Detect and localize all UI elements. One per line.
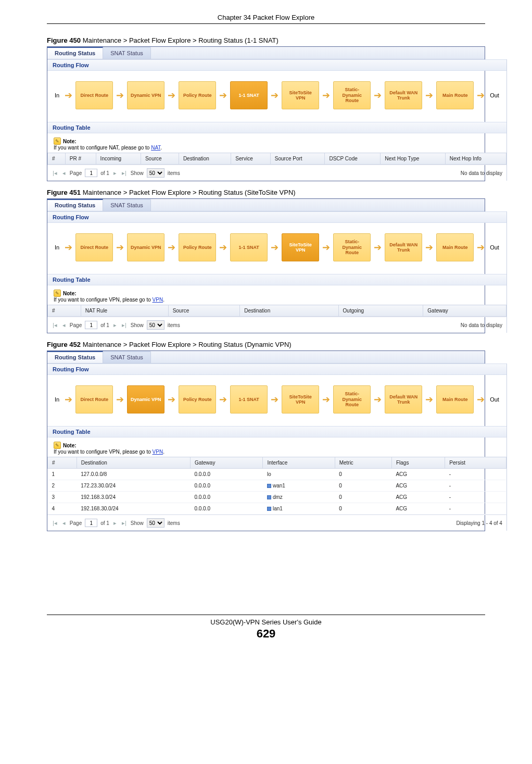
flow-box[interactable]: Policy Route — [179, 385, 216, 414]
scrollbar[interactable] — [506, 59, 507, 181]
flow-box[interactable]: 1-1 SNAT — [230, 81, 268, 109]
note-link[interactable]: NAT — [151, 145, 160, 151]
flow-box[interactable]: Main Route — [436, 385, 474, 414]
table-header[interactable]: # — [48, 457, 77, 469]
pager-of-label: of 1 — [100, 322, 109, 328]
flow-out-label: Out — [488, 396, 501, 403]
flow-box[interactable]: Main Route — [436, 233, 474, 261]
pager-page-input[interactable] — [85, 519, 97, 527]
flow-box[interactable]: SiteToSite VPN — [282, 385, 319, 414]
table-row[interactable]: 2172.23.30.0/240.0.0.0wan10ACG- — [48, 480, 506, 492]
flow-box[interactable]: Dynamic VPN — [127, 81, 164, 109]
table-header[interactable]: Outgoing — [338, 305, 423, 317]
interface-cell[interactable]: dmz — [263, 492, 335, 503]
table-row[interactable]: 4192.168.30.0/240.0.0.0lan10ACG- — [48, 503, 506, 515]
table-header[interactable]: Source Port — [270, 153, 325, 165]
pager-last-icon[interactable]: ▸| — [121, 322, 128, 329]
flow-box[interactable]: Default WAN Trunk — [385, 81, 422, 109]
table-row[interactable]: 1127.0.0.0/80.0.0.0lo0ACG- — [48, 469, 506, 480]
scrollbar[interactable] — [506, 364, 507, 531]
flow-box[interactable]: Direct Route — [75, 385, 113, 414]
arrow-icon: ➔ — [477, 91, 485, 100]
note-label: Note: — [63, 139, 77, 144]
table-header[interactable]: Next Hop Type — [381, 153, 445, 165]
tab-routing-status[interactable]: Routing Status — [47, 351, 103, 363]
scrollbar[interactable] — [506, 211, 507, 333]
flow-box[interactable]: Policy Route — [179, 81, 216, 109]
pager-page-input[interactable] — [85, 321, 97, 329]
interface-cell[interactable]: lo — [263, 469, 335, 480]
pager-next-icon[interactable]: ▸ — [112, 170, 118, 177]
pager-first-icon[interactable]: |◂ — [52, 520, 58, 527]
pager-size-select[interactable]: 50 — [147, 320, 164, 330]
flow-box[interactable]: Direct Route — [75, 81, 113, 109]
table-header[interactable]: Destination — [77, 457, 190, 469]
table-header[interactable]: # — [48, 153, 66, 165]
table-header[interactable]: PR # — [65, 153, 96, 165]
table-header[interactable]: Metric — [335, 457, 391, 469]
table-header[interactable]: Gateway — [423, 305, 506, 317]
pager-page-label: Page — [70, 170, 82, 176]
table-header[interactable]: Interface — [263, 457, 335, 469]
interface-cell[interactable]: wan1 — [263, 480, 335, 492]
tab-snat-status[interactable]: SNAT Status — [103, 351, 151, 363]
table-header[interactable]: NAT Rule — [81, 305, 168, 317]
note-link[interactable]: VPN — [153, 449, 163, 455]
flow-box[interactable]: Static-Dynamic Route — [333, 233, 371, 261]
pager-page-input[interactable] — [85, 169, 97, 177]
tab-routing-status[interactable]: Routing Status — [47, 199, 103, 211]
pager-page-label: Page — [70, 520, 82, 526]
pager-last-icon[interactable]: ▸| — [121, 170, 128, 177]
pager-first-icon[interactable]: |◂ — [52, 322, 58, 329]
flow-box[interactable]: Main Route — [436, 81, 474, 109]
table-header[interactable]: Destination — [240, 305, 338, 317]
flow-box[interactable]: Default WAN Trunk — [385, 233, 422, 261]
routing-status-panel: Routing StatusSNAT StatusRouting FlowIn➔… — [47, 350, 485, 531]
tab-snat-status[interactable]: SNAT Status — [103, 47, 151, 59]
pager-status: No data to display — [461, 322, 502, 328]
pager-next-icon[interactable]: ▸ — [112, 322, 118, 329]
pager-prev-icon[interactable]: ◂ — [61, 170, 67, 177]
arrow-icon: ➔ — [219, 243, 227, 252]
flow-box[interactable]: Direct Route — [75, 233, 113, 261]
pager-size-select[interactable]: 50 — [147, 518, 164, 528]
table-header[interactable]: Persist — [445, 457, 506, 469]
table-row[interactable]: 3192.168.3.0/240.0.0.0dmz0ACG- — [48, 492, 506, 503]
table-header[interactable]: Flags — [391, 457, 445, 469]
section-routing-table: Routing Table — [47, 274, 506, 285]
pager-prev-icon[interactable]: ◂ — [61, 322, 67, 329]
tab-snat-status[interactable]: SNAT Status — [103, 199, 151, 211]
section-routing-table: Routing Table — [47, 122, 506, 133]
pager-first-icon[interactable]: |◂ — [52, 170, 58, 177]
flow-box[interactable]: Policy Route — [179, 233, 216, 261]
interface-cell[interactable]: lan1 — [263, 503, 335, 515]
tab-routing-status[interactable]: Routing Status — [47, 47, 103, 59]
table-header[interactable]: Incoming — [96, 153, 141, 165]
flow-box[interactable]: 1-1 SNAT — [230, 233, 268, 261]
table-header[interactable]: Gateway — [190, 457, 263, 469]
flow-box[interactable]: 1-1 SNAT — [230, 385, 268, 414]
flow-box[interactable]: Static-Dynamic Route — [333, 385, 371, 414]
table-header[interactable]: Source — [168, 305, 240, 317]
flow-box[interactable]: Default WAN Trunk — [385, 385, 422, 414]
table-header[interactable]: Destination — [179, 153, 231, 165]
flow-box[interactable]: Dynamic VPN — [127, 385, 164, 414]
note-box: ✎Note:If you want to configure VPN, plea… — [47, 285, 506, 305]
table-header[interactable]: Next Hop Info — [445, 153, 506, 165]
flow-box[interactable]: SiteToSite VPN — [282, 81, 319, 109]
table-header[interactable]: Source — [141, 153, 179, 165]
note-label: Note: — [63, 443, 77, 448]
pager-prev-icon[interactable]: ◂ — [61, 520, 67, 527]
arrow-icon: ➔ — [322, 243, 330, 252]
table-header[interactable]: DSCP Code — [325, 153, 381, 165]
flow-box[interactable]: Dynamic VPN — [127, 233, 164, 261]
flow-box[interactable]: SiteToSite VPN — [282, 233, 319, 261]
table-header[interactable]: Service — [231, 153, 270, 165]
note-link[interactable]: VPN — [153, 297, 163, 303]
flow-box[interactable]: Static-Dynamic Route — [333, 81, 371, 109]
pager-next-icon[interactable]: ▸ — [112, 520, 118, 527]
pager-last-icon[interactable]: ▸| — [121, 520, 128, 527]
pager-status: Displaying 1 - 4 of 4 — [457, 520, 502, 526]
table-header[interactable]: # — [48, 305, 81, 317]
pager-size-select[interactable]: 50 — [147, 168, 164, 178]
